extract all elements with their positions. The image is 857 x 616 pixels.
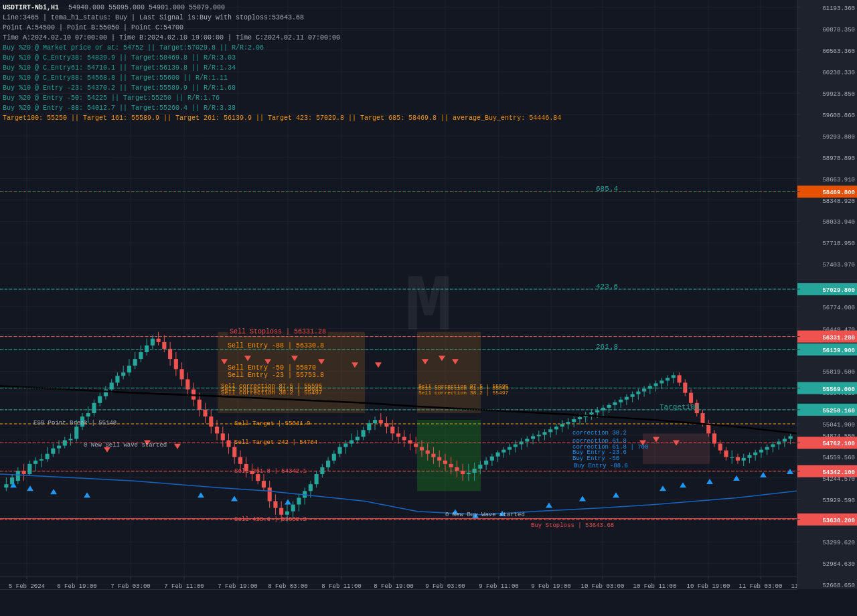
points-line: Point A:54500 | Point B:55050 | Point C:… xyxy=(3,23,561,33)
bottom-volume-panel xyxy=(0,589,797,616)
targets-line: Target100: 55250 || Target 161: 55589.9 … xyxy=(3,113,561,123)
timeA-line: Time A:2024.02.10 07:00:00 | Time B:2024… xyxy=(3,33,561,43)
buy-c88: Buy %10 @ C_Entry88: 54568.8 || Target:5… xyxy=(3,73,561,83)
buy-e88: Buy %20 @ Entry -88: 54012.7 || Target:5… xyxy=(3,103,561,113)
line3465: Line:3465 | tema_h1_status: Buy | Last S… xyxy=(3,13,561,23)
chart-container: USDTIRT-Nbi,H1 54940.000 55095.000 54901… xyxy=(0,0,857,616)
buy-e50: Buy %20 @ Entry -50: 54225 || Target:552… xyxy=(3,93,561,103)
buy-c38: Buy %10 @ C_Entry38: 54839.9 || Target:5… xyxy=(3,53,561,63)
chart-values: 54940.000 55095.000 54901.000 55079.000 xyxy=(68,4,225,11)
buy-e23: Buy %10 @ Entry -23: 54370.2 || Target:5… xyxy=(3,83,561,93)
buy-c61: Buy %10 @ C_Entry61: 54710.1 || Target:5… xyxy=(3,63,561,73)
chart-title-line: USDTIRT-Nbi,H1 54940.000 55095.000 54901… xyxy=(3,3,561,13)
info-panel: USDTIRT-Nbi,H1 54940.000 55095.000 54901… xyxy=(3,3,561,123)
time-axis xyxy=(0,576,797,589)
chart-symbol: USDTIRT-Nbi,H1 xyxy=(3,4,59,11)
price-axis xyxy=(797,0,857,589)
buy-market: Buy %20 @ Market price or at: 54752 || T… xyxy=(3,43,561,53)
